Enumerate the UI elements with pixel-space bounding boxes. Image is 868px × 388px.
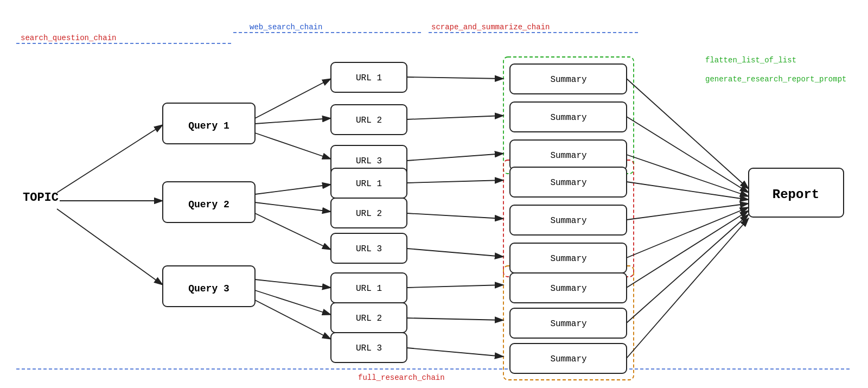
url1q1-to-sum1 [407,77,503,79]
url3q2-to-sum3 [407,249,503,257]
url3-q2-label: URL 3 [356,244,382,254]
url3q1-to-sum3 [407,154,503,161]
sum1-q3-label: Summary [550,284,587,294]
url1-q1-label: URL 1 [356,73,382,83]
sum2-q3-label: Summary [550,319,587,329]
sum1q3-to-report [627,211,749,288]
sum1-q1-label: Summary [550,75,587,85]
q2-to-url2 [255,202,331,212]
url1q3-to-sum1 [407,285,503,288]
flatten-label: flatten_list_of_list [705,56,796,65]
q3-to-url1 [255,279,331,288]
sum1q2-to-report [627,182,749,200]
sum1-q2-label: Summary [550,178,587,188]
query3-label: Query 3 [188,283,229,294]
q3-to-url2 [255,290,331,315]
web-search-chain-label: web_search_chain [250,23,322,31]
q1-to-url1 [255,79,331,118]
q1-to-url3 [255,133,331,159]
sum2-q1-label: Summary [550,113,587,123]
sum2-q2-label: Summary [550,216,587,226]
q3-to-url3 [255,300,331,339]
diagram-container: search_question_chain web_search_chain s… [0,0,868,388]
url3-q3-label: URL 3 [356,344,382,353]
sum2q3-to-report [627,214,749,323]
generate-label: generate_research_report_prompt [705,75,846,84]
url1-q2-label: URL 1 [356,179,382,189]
url1q2-to-sum1 [407,180,503,183]
query1-label: Query 1 [188,120,229,131]
sum2q1-to-report [627,117,749,193]
url2q2-to-sum2 [407,213,503,219]
topic-to-query3-arrow [57,209,163,285]
sum2q2-to-report [627,203,749,220]
url1-q3-label: URL 1 [356,284,382,294]
search-question-chain-label: search_question_chain [21,34,116,42]
q2-to-url1 [255,185,331,194]
topic-node: TOPIC [23,191,59,205]
sum3q3-to-report [627,218,749,358]
sum3-q3-label: Summary [550,354,587,364]
q1-to-url2 [255,118,331,124]
url2-q3-label: URL 2 [356,314,382,323]
url2-q1-label: URL 2 [356,116,382,125]
scrape-chain-label: scrape_and_summarize_chain [431,23,550,31]
query2-label: Query 2 [188,199,229,210]
sum3q1-to-report [627,155,749,196]
sum3-q2-label: Summary [550,254,587,264]
url3-q1-label: URL 3 [356,156,382,166]
topic-to-query1-arrow [57,125,163,193]
full-research-chain-label: full_research_chain [358,373,445,382]
url3q3-to-sum3 [407,348,503,357]
sum3q2-to-report [627,207,749,258]
report-label: Report [773,187,819,202]
q2-to-url3 [255,213,331,250]
sum1q1-to-report [627,79,749,189]
sum3-q1-label: Summary [550,151,587,161]
url2-q2-label: URL 2 [356,209,382,219]
url2q3-to-sum2 [407,318,503,320]
url2q1-to-sum2 [407,116,503,119]
